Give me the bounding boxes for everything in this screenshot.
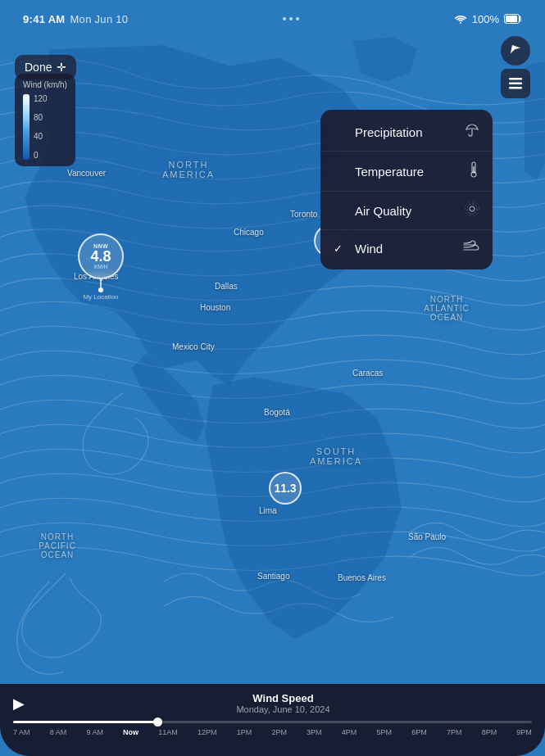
bubble-circle-la: NNW 4.8 KM/H	[78, 233, 124, 279]
status-dot-1	[283, 17, 286, 20]
bubble-dot-la	[98, 287, 103, 292]
wind-legend-title: Wind (km/h)	[23, 80, 67, 89]
time-8am: 8 AM	[50, 728, 67, 736]
status-date: Mon Jun 10	[70, 13, 128, 25]
top-right-buttons	[501, 36, 530, 98]
wind-checkmark: ✓	[334, 242, 347, 255]
svg-point-9	[467, 204, 477, 214]
time-1pm: 1PM	[237, 728, 252, 736]
legend-val-80: 80	[34, 113, 48, 122]
layers-icon	[509, 78, 522, 89]
svg-rect-3	[509, 83, 522, 85]
svg-rect-2	[509, 78, 522, 80]
bubble-unit-la: KM/H	[94, 264, 107, 269]
temperature-label: Temperature	[355, 165, 424, 179]
timeline-top: ▶ Wind Speed Monday, June 10, 2024	[13, 692, 532, 714]
menu-item-wind[interactable]: ✓ Wind	[320, 230, 493, 266]
legend-color-bar	[23, 94, 30, 160]
menu-item-temperature[interactable]: Temperature	[320, 152, 493, 192]
status-bar: 9:41 AM Mon Jun 10 100%	[0, 10, 545, 28]
cursor-icon: ✛	[57, 61, 66, 74]
bubble-speed-la: 4.8	[90, 249, 111, 264]
bubble-stem-la	[100, 279, 102, 287]
menu-item-wind-left: ✓ Wind	[334, 242, 383, 256]
status-right: 100%	[454, 13, 522, 25]
time-11am: 11AM	[158, 728, 178, 736]
legend-bar-container: 120 80 40 0	[23, 94, 67, 160]
wind-icon	[463, 240, 479, 256]
time-9am: 9 AM	[86, 728, 103, 736]
legend-labels: 120 80 40 0	[34, 94, 48, 160]
bubble-circle-lima: 11.3	[269, 472, 302, 505]
time-6pm: 6PM	[411, 728, 427, 736]
wind-label: Wind	[355, 242, 383, 256]
play-button[interactable]: ▶	[13, 696, 25, 711]
status-dot-3	[296, 17, 299, 20]
time-7am: 7 AM	[13, 728, 30, 736]
wind-bubble-lima[interactable]: 11.3	[269, 472, 302, 505]
location-button[interactable]	[501, 36, 530, 66]
timeline-title: Wind Speed	[34, 692, 532, 704]
time-12pm: 12PM	[198, 728, 217, 736]
location-icon	[508, 43, 523, 58]
legend-val-0: 0	[34, 151, 48, 160]
menu-item-temperature-left: Temperature	[334, 165, 424, 179]
layer-menu: Precipitation Temperature Air Qualit	[320, 110, 493, 269]
time-3pm: 3PM	[307, 728, 322, 736]
top-bar: Done ✛	[0, 36, 545, 98]
timeline-date: Monday, June 10, 2024	[34, 704, 532, 714]
time-4pm: 4PM	[342, 728, 357, 736]
svg-point-8	[470, 206, 475, 211]
legend-val-120: 120	[34, 94, 48, 103]
status-dot-2	[289, 17, 293, 20]
temperature-icon	[468, 161, 479, 181]
wifi-icon	[454, 14, 467, 24]
time-9pm: 9PM	[516, 728, 532, 736]
precipitation-label: Precipitation	[355, 125, 423, 139]
wind-legend: Wind (km/h) 120 80 40 0	[15, 74, 75, 166]
status-time: 9:41 AM	[23, 13, 65, 25]
air-quality-icon	[465, 201, 479, 220]
battery-icon	[504, 14, 522, 24]
svg-rect-7	[473, 166, 475, 173]
precipitation-icon	[465, 123, 479, 141]
timeline-slider[interactable]	[13, 721, 532, 723]
svg-rect-1	[506, 16, 517, 22]
svg-rect-4	[509, 87, 522, 89]
done-label: Done	[25, 61, 52, 74]
bubble-location-la: My Location	[83, 293, 118, 301]
time-8pm: 8PM	[482, 728, 497, 736]
time-now: Now	[123, 728, 139, 736]
menu-item-precipitation-left: Precipitation	[334, 125, 423, 139]
timeline: ▶ Wind Speed Monday, June 10, 2024 7 AM …	[0, 684, 545, 756]
menu-item-air-quality-left: Air Quality	[334, 204, 411, 218]
time-2pm: 2PM	[271, 728, 287, 736]
air-quality-label: Air Quality	[355, 204, 411, 218]
timeline-labels: 7 AM 8 AM 9 AM Now 11AM 12PM 1PM 2PM 3PM…	[13, 728, 532, 736]
battery-percent: 100%	[472, 13, 499, 25]
time-7pm: 7PM	[447, 728, 462, 736]
legend-val-40: 40	[34, 132, 48, 141]
time-5pm: 5PM	[377, 728, 393, 736]
menu-item-air-quality[interactable]: Air Quality	[320, 192, 493, 230]
layers-button[interactable]	[501, 69, 530, 98]
status-center-dots	[283, 17, 299, 20]
timeline-info: Wind Speed Monday, June 10, 2024	[34, 692, 532, 714]
timeline-progress	[13, 721, 158, 723]
menu-item-precipitation[interactable]: Precipitation	[320, 113, 493, 152]
wind-bubble-los-angeles[interactable]: NNW 4.8 KM/H My Location	[78, 233, 124, 301]
bubble-speed-lima: 11.3	[274, 482, 296, 494]
